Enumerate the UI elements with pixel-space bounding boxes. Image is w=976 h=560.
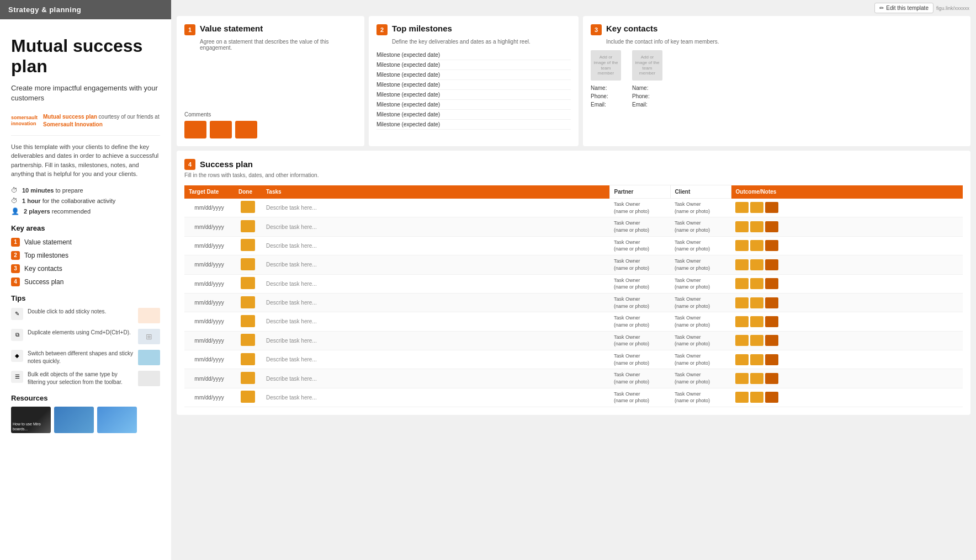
- milestone-8: Milestone (expected date): [376, 120, 571, 130]
- key-contacts-badge: 3: [591, 24, 602, 35]
- cell-date: mm/dd/yyyy: [184, 255, 234, 274]
- cell-outcome: [731, 217, 963, 236]
- top-milestones-title: Top milestones: [392, 24, 452, 33]
- contact-name-label-1: Name:: [591, 85, 621, 91]
- sidebar: Strategy & planning Mutual success plan …: [0, 0, 171, 560]
- cell-partner: Task Owner(name or photo): [609, 293, 670, 312]
- cell-client: Task Owner(name or photo): [670, 331, 731, 350]
- cell-done: [234, 255, 262, 274]
- cell-outcome: [731, 236, 963, 255]
- cell-task: Describe task here...: [262, 369, 609, 388]
- outcome-box-2: [750, 335, 763, 346]
- cell-done: [234, 312, 262, 331]
- client-owner: Task Owner(name or photo): [675, 334, 710, 347]
- key-area-1[interactable]: 1 Value statement: [11, 238, 160, 247]
- resources-section: Resources How to use Miro boards...: [11, 394, 160, 433]
- key-contacts-title: Key contacts: [606, 24, 657, 33]
- cell-client: Task Owner(name or photo): [670, 274, 731, 293]
- key-areas-list: 1 Value statement 2 Top milestones 3 Key…: [11, 238, 160, 286]
- outcome-box-2: [750, 259, 763, 270]
- table-body: mm/dd/yyyy Describe task here... Task Ow…: [184, 199, 963, 407]
- person-icon: 👤: [11, 207, 19, 215]
- value-statement-desc: Agree on a statement that describes the …: [200, 39, 357, 51]
- sidebar-header-title: Strategy & planning: [8, 6, 81, 14]
- tip-text-4: Bulk edit objects of the same type by fi…: [28, 371, 134, 386]
- outcome-box-1: [735, 354, 749, 365]
- top-milestones-desc: Define the key deliverables and dates as…: [392, 39, 571, 45]
- outcome-boxes: [735, 259, 958, 270]
- cell-client: Task Owner(name or photo): [670, 236, 731, 255]
- resources-label: Resources: [11, 394, 160, 402]
- contact-phone-label-1: Phone:: [591, 93, 621, 99]
- cell-date: mm/dd/yyyy: [184, 274, 234, 293]
- outcome-box-2: [750, 278, 763, 289]
- cell-client: Task Owner(name or photo): [670, 369, 731, 388]
- outcome-boxes: [735, 373, 958, 384]
- cell-outcome: [731, 312, 963, 331]
- done-box: [241, 258, 255, 270]
- cell-partner: Task Owner(name or photo): [609, 274, 670, 293]
- key-area-label-2: Top milestones: [24, 252, 68, 259]
- value-statement-header: 1 Value statement: [184, 24, 357, 35]
- clock-icon-1: ⏱: [11, 186, 18, 194]
- table-row: mm/dd/yyyy Describe task here... Task Ow…: [184, 312, 963, 331]
- vs-boxes: [184, 121, 357, 138]
- cell-done: [234, 369, 262, 388]
- contact-photo-1: Add orimage of theteammember: [591, 50, 621, 81]
- table-row: mm/dd/yyyy Describe task here... Task Ow…: [184, 199, 963, 217]
- col-tasks: Tasks: [262, 185, 609, 199]
- outcome-box-2: [750, 354, 763, 365]
- resource-thumb-2[interactable]: [54, 407, 94, 433]
- cell-done: [234, 293, 262, 312]
- done-box: [241, 353, 255, 365]
- milestone-3: Milestone (expected date): [376, 70, 571, 80]
- key-area-4[interactable]: 4 Success plan: [11, 278, 160, 286]
- cell-task: Describe task here...: [262, 236, 609, 255]
- outcome-box-3: [765, 373, 778, 384]
- key-area-3[interactable]: 3 Key contacts: [11, 264, 160, 273]
- client-owner: Task Owner(name or photo): [675, 391, 710, 404]
- outcome-box-3: [765, 354, 778, 365]
- meta-items: ⏱ 10 minutes to prepare ⏱ 1 hour for the…: [11, 186, 160, 215]
- main-content: ✏ Edit this template figu.link/xxxxxx 1 …: [171, 0, 976, 560]
- outcome-box-3: [765, 202, 778, 213]
- tip-icon-2: ⧉: [11, 329, 23, 341]
- value-statement-card: 1 Value statement Agree on a statement t…: [177, 16, 364, 146]
- table-row: mm/dd/yyyy Describe task here... Task Ow…: [184, 350, 963, 369]
- resource-thumb-3[interactable]: [97, 407, 137, 433]
- clock-icon-2: ⏱: [11, 197, 18, 205]
- resource-thumb-1[interactable]: How to use Miro boards...: [11, 407, 51, 433]
- milestone-7: Milestone (expected date): [376, 110, 571, 120]
- outcome-boxes: [735, 221, 958, 232]
- cell-task: Describe task here...: [262, 217, 609, 236]
- cell-date: mm/dd/yyyy: [184, 331, 234, 350]
- outcome-box-1: [735, 316, 749, 327]
- outcome-box-1: [735, 259, 749, 270]
- cell-partner: Task Owner(name or photo): [609, 236, 670, 255]
- cell-date: mm/dd/yyyy: [184, 199, 234, 217]
- outcome-box-2: [750, 202, 763, 213]
- tip-preview-1: [138, 308, 160, 323]
- key-area-2[interactable]: 2 Top milestones: [11, 251, 160, 260]
- comment-box-1: [184, 121, 206, 138]
- cell-client: Task Owner(name or photo): [670, 217, 731, 236]
- edit-template-button[interactable]: ✏ Edit this template: [874, 3, 933, 13]
- cell-outcome: [731, 388, 963, 407]
- partner-owner: Task Owner(name or photo): [614, 353, 649, 366]
- key-area-label-4: Success plan: [24, 278, 63, 286]
- col-done: Done: [234, 185, 262, 199]
- top-cards-row: 1 Value statement Agree on a statement t…: [171, 16, 976, 151]
- partner-owner: Task Owner(name or photo): [614, 278, 649, 290]
- table-row: mm/dd/yyyy Describe task here... Task Ow…: [184, 369, 963, 388]
- cell-date: mm/dd/yyyy: [184, 350, 234, 369]
- meta-players: 2 players recommended: [24, 208, 91, 215]
- cell-done: [234, 350, 262, 369]
- milestone-1: Milestone (expected date): [376, 50, 571, 60]
- outcome-box-2: [750, 316, 763, 327]
- cell-done: [234, 274, 262, 293]
- tips-label: Tips: [11, 294, 160, 302]
- top-milestones-badge: 2: [376, 24, 388, 35]
- cell-task: Describe task here...: [262, 312, 609, 331]
- table-row: mm/dd/yyyy Describe task here... Task Ow…: [184, 217, 963, 236]
- outcome-box-3: [765, 316, 778, 327]
